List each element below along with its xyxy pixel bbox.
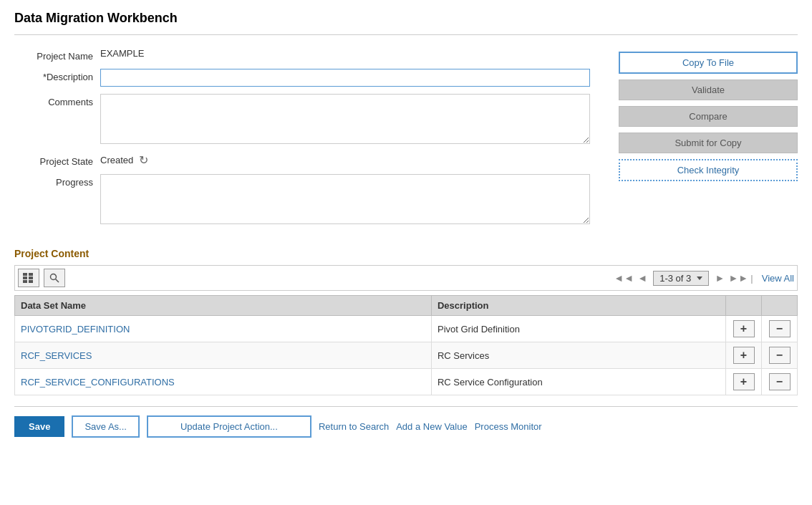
col-header-description: Description xyxy=(431,296,725,316)
bottom-bar: Save Save As... Update Project Action...… xyxy=(14,406,798,438)
save-button[interactable]: Save xyxy=(14,416,64,437)
project-content-title: Project Content xyxy=(14,248,798,259)
svg-point-6 xyxy=(51,274,57,280)
remove-row-cell: − xyxy=(762,342,798,369)
dataset-name-link[interactable]: RCF_SERVICES xyxy=(21,350,92,361)
comments-label: Comments xyxy=(14,94,100,107)
dataset-description-cell: Pivot Grid Definition xyxy=(431,316,725,342)
remove-row-cell: − xyxy=(762,316,798,342)
dataset-name-cell: PIVOTGRID_DEFINITION xyxy=(15,316,432,342)
svg-line-7 xyxy=(56,279,59,283)
return-to-search-link[interactable]: Return to Search xyxy=(319,421,389,432)
dataset-name-link[interactable]: PIVOTGRID_DEFINITION xyxy=(21,324,130,335)
svg-rect-3 xyxy=(29,276,33,279)
col-header-add xyxy=(726,296,762,316)
dataset-name-cell: RCF_SERVICES xyxy=(15,342,432,369)
project-name-label: Project Name xyxy=(14,48,100,62)
col-header-name: Data Set Name xyxy=(15,296,432,316)
remove-row-button[interactable]: − xyxy=(769,320,791,337)
progress-label: Progress xyxy=(14,174,100,188)
add-row-cell: + xyxy=(726,342,762,369)
col-header-remove xyxy=(762,296,798,316)
separator: | xyxy=(750,273,753,284)
dataset-description-cell: RC Service Configuration xyxy=(431,369,725,395)
check-integrity-button[interactable]: Check Integrity xyxy=(619,159,798,181)
page-title: Data Migration Workbench xyxy=(14,11,798,26)
update-project-button[interactable]: Update Project Action... xyxy=(147,415,311,438)
project-name-value: EXAMPLE xyxy=(100,48,144,59)
compare-button[interactable]: Compare xyxy=(619,106,798,127)
project-state-value: Created xyxy=(100,155,133,165)
table-toolbar: ◄◄ ◄ 1-3 of 3 ► ►► | View All xyxy=(14,265,798,291)
remove-row-button[interactable]: − xyxy=(769,373,791,390)
prev-page-button[interactable]: ◄ xyxy=(634,270,650,286)
remove-row-button[interactable]: − xyxy=(769,347,791,364)
add-row-cell: + xyxy=(726,369,762,395)
description-label: *Description xyxy=(14,69,100,82)
add-new-value-link[interactable]: Add a New Value xyxy=(396,421,468,432)
svg-rect-4 xyxy=(23,280,27,283)
save-as-button[interactable]: Save As... xyxy=(72,415,140,438)
copy-to-file-button[interactable]: Copy To File xyxy=(619,52,798,74)
add-row-cell: + xyxy=(726,316,762,342)
dataset-name-cell: RCF_SERVICE_CONFIGURATIONS xyxy=(15,369,432,395)
pagination-info: 1-3 of 3 xyxy=(659,273,691,284)
grid-view-button[interactable] xyxy=(18,269,39,287)
svg-rect-0 xyxy=(23,273,27,276)
grid-icon xyxy=(23,273,34,283)
table-row: RCF_SERVICE_CONFIGURATIONS RC Service Co… xyxy=(15,369,798,395)
add-row-button[interactable]: + xyxy=(733,320,755,337)
svg-rect-5 xyxy=(29,280,33,283)
project-content-table: Data Set Name Description PIVOTGRID_DEFI… xyxy=(14,295,798,395)
comments-textarea[interactable] xyxy=(100,94,590,144)
pagination-dropdown-icon[interactable] xyxy=(697,276,702,280)
submit-for-copy-button[interactable]: Submit for Copy xyxy=(619,133,798,153)
dataset-description-cell: RC Services xyxy=(431,342,725,369)
refresh-icon[interactable]: ↻ xyxy=(139,153,148,167)
description-input[interactable]: Sample ADS project xyxy=(100,69,590,87)
svg-rect-2 xyxy=(23,276,27,279)
dataset-name-link[interactable]: RCF_SERVICE_CONFIGURATIONS xyxy=(21,377,175,388)
table-row: RCF_SERVICES RC Services + − xyxy=(15,342,798,369)
view-all-link[interactable]: View All xyxy=(762,273,794,284)
add-row-button[interactable]: + xyxy=(733,373,755,390)
first-page-button[interactable]: ◄◄ xyxy=(616,270,632,286)
svg-rect-1 xyxy=(29,273,33,276)
validate-button[interactable]: Validate xyxy=(619,80,798,100)
progress-textarea[interactable] xyxy=(100,174,590,224)
last-page-button[interactable]: ►► xyxy=(730,270,746,286)
pagination: ◄◄ ◄ 1-3 of 3 ► ►► | View All xyxy=(616,270,794,286)
add-row-button[interactable]: + xyxy=(733,347,755,364)
next-page-button[interactable]: ► xyxy=(712,270,728,286)
search-toolbar-button[interactable] xyxy=(44,269,65,287)
table-row: PIVOTGRID_DEFINITION Pivot Grid Definiti… xyxy=(15,316,798,342)
process-monitor-link[interactable]: Process Monitor xyxy=(475,421,542,432)
remove-row-cell: − xyxy=(762,369,798,395)
search-icon xyxy=(49,273,59,283)
project-state-label: Project State xyxy=(14,153,100,167)
